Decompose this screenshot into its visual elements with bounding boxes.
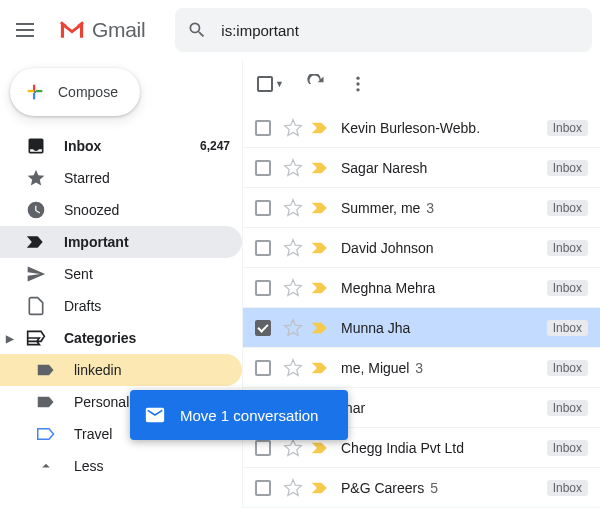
sender: Munna Jha [341,320,541,336]
toolbar: ▼ [243,60,600,108]
svg-point-3 [356,82,359,85]
important-marker-icon[interactable] [311,201,329,215]
compose-button[interactable]: Compose [10,68,140,116]
sidebar: Compose Inbox 6,247 Starred Snoozed Impo… [0,60,242,508]
sender: mar [341,400,541,416]
header: Gmail [0,0,600,60]
sender: Meghna Mehra [341,280,541,296]
sidebar-item-inbox[interactable]: Inbox 6,247 [0,130,242,162]
email-row[interactable]: Kevin Burleson-Webb.Inbox [243,108,600,148]
important-marker-icon[interactable] [311,441,329,455]
chevron-up-icon [36,456,56,476]
star-icon[interactable] [283,238,303,258]
inbox-tag: Inbox [547,240,588,256]
email-row[interactable]: David JohnsonInbox [243,228,600,268]
gmail-logo[interactable]: Gmail [58,18,145,42]
caret-right-icon: ▶ [6,333,20,344]
hamburger-menu-icon[interactable] [16,18,40,42]
inbox-tag: Inbox [547,280,588,296]
sidebar-label-linkedin[interactable]: linkedin [0,354,242,386]
star-icon[interactable] [283,198,303,218]
star-icon[interactable] [283,118,303,138]
email-row[interactable]: me, Miguel 3Inbox [243,348,600,388]
star-icon[interactable] [283,358,303,378]
important-marker-icon [26,232,46,252]
refresh-button[interactable] [306,74,326,94]
inbox-tag: Inbox [547,160,588,176]
star-icon [26,168,46,188]
important-marker-icon[interactable] [311,281,329,295]
star-icon[interactable] [283,278,303,298]
app-name: Gmail [92,18,145,42]
row-checkbox[interactable] [255,440,271,456]
compose-label: Compose [58,84,118,100]
sidebar-item-starred[interactable]: Starred [0,162,242,194]
svg-point-4 [356,88,359,91]
important-marker-icon[interactable] [311,121,329,135]
inbox-tag: Inbox [547,360,588,376]
move-toast[interactable]: Move 1 conversation [130,390,348,440]
sender: David Johnson [341,240,541,256]
chevron-down-icon: ▼ [275,79,284,89]
inbox-tag: Inbox [547,440,588,456]
search-icon [187,20,207,40]
svg-rect-1 [34,91,36,93]
email-row[interactable]: Summer, me 3Inbox [243,188,600,228]
row-checkbox[interactable] [255,240,271,256]
star-icon[interactable] [283,438,303,458]
star-icon[interactable] [283,158,303,178]
star-icon[interactable] [283,318,303,338]
inbox-tag: Inbox [547,120,588,136]
inbox-tag: Inbox [547,200,588,216]
clock-icon [26,200,46,220]
compose-plus-icon [24,81,46,103]
search-bar[interactable] [175,8,592,52]
row-checkbox[interactable] [255,480,271,496]
row-checkbox[interactable] [255,320,271,336]
label-icon [36,392,56,412]
sender: Kevin Burleson-Webb. [341,120,541,136]
gmail-logo-icon [58,20,86,40]
mail-icon [144,404,166,426]
sidebar-item-drafts[interactable]: Drafts [0,290,242,322]
email-row[interactable]: Sagar NareshInbox [243,148,600,188]
star-icon[interactable] [283,478,303,498]
sidebar-item-sent[interactable]: Sent [0,258,242,290]
email-row[interactable]: P&G Careers 5Inbox [243,468,600,508]
svg-point-2 [356,77,359,80]
row-checkbox[interactable] [255,160,271,176]
important-marker-icon[interactable] [311,241,329,255]
sidebar-item-less[interactable]: Less [0,450,242,482]
select-all-checkbox[interactable]: ▼ [257,76,284,92]
sender: me, Miguel 3 [341,360,541,376]
email-row[interactable]: Meghna MehraInbox [243,268,600,308]
sender: Summer, me 3 [341,200,541,216]
email-row[interactable]: Munna JhaInbox [243,308,600,348]
inbox-tag: Inbox [547,400,588,416]
inbox-tag: Inbox [547,480,588,496]
important-marker-icon[interactable] [311,161,329,175]
sender: Chegg India Pvt Ltd [341,440,541,456]
important-marker-icon[interactable] [311,481,329,495]
sidebar-item-snoozed[interactable]: Snoozed [0,194,242,226]
row-checkbox[interactable] [255,360,271,376]
drafts-icon [26,296,46,316]
sender: Sagar Naresh [341,160,541,176]
row-checkbox[interactable] [255,120,271,136]
sidebar-item-categories[interactable]: ▶ Categories [0,322,242,354]
categories-icon [26,328,46,348]
inbox-tag: Inbox [547,320,588,336]
search-input[interactable] [221,22,580,39]
inbox-icon [26,136,46,156]
more-menu-button[interactable] [348,74,368,94]
sender: P&G Careers 5 [341,480,541,496]
label-icon [36,360,56,380]
row-checkbox[interactable] [255,200,271,216]
label-icon [36,424,56,444]
important-marker-icon[interactable] [311,321,329,335]
sidebar-item-important[interactable]: Important [0,226,242,258]
row-checkbox[interactable] [255,280,271,296]
important-marker-icon[interactable] [311,361,329,375]
content-pane: ▼ Kevin Burleson-Webb.InboxSagar NareshI… [242,60,600,508]
send-icon [26,264,46,284]
